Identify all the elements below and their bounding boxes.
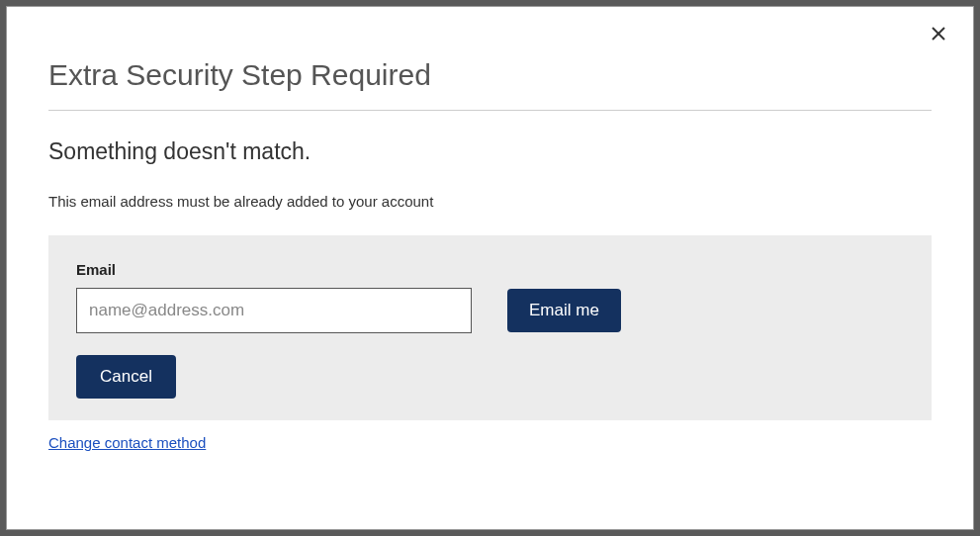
close-button[interactable]	[926, 21, 951, 46]
email-me-button[interactable]: Email me	[507, 289, 621, 332]
input-row: Email me	[76, 288, 904, 333]
modal-subtitle: Something doesn't match.	[48, 138, 932, 165]
change-contact-link[interactable]: Change contact method	[48, 434, 206, 451]
modal-backdrop: Extra Security Step Required Something d…	[0, 0, 980, 536]
form-panel: Email Email me Cancel	[48, 235, 932, 420]
cancel-button[interactable]: Cancel	[76, 355, 176, 399]
instruction-text: This email address must be already added…	[48, 193, 932, 210]
modal-title: Extra Security Step Required	[48, 58, 932, 92]
email-field[interactable]	[76, 288, 472, 333]
security-modal: Extra Security Step Required Something d…	[6, 6, 974, 530]
email-label: Email	[76, 261, 904, 278]
divider	[48, 110, 932, 111]
close-icon	[931, 26, 946, 42]
